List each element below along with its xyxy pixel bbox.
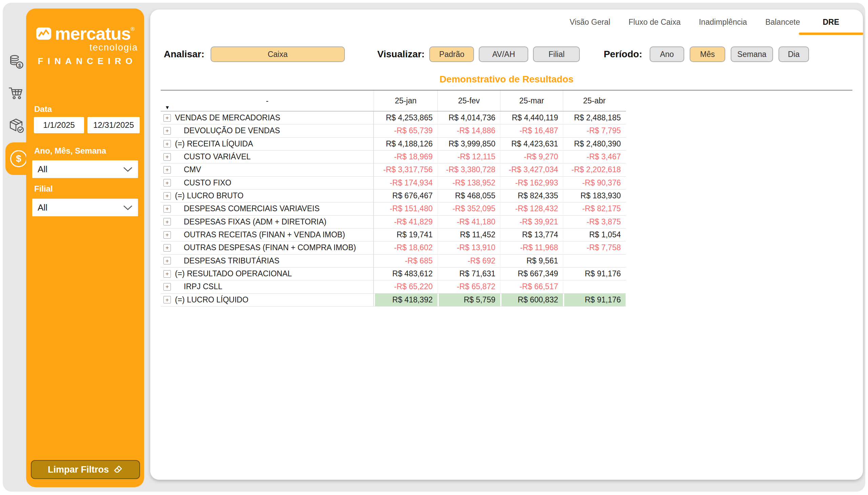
expand-icon[interactable]: + xyxy=(164,192,171,200)
column-header-jan[interactable]: 25-jan xyxy=(374,90,437,111)
table-row: + (=) LUCRO LÍQUIDO R$ 418,392 R$ 5,759 … xyxy=(161,294,626,307)
expand-icon[interactable]: + xyxy=(164,127,171,135)
periodo-label: Período: xyxy=(603,49,642,60)
cell-jan: -R$ 65,739 xyxy=(374,124,437,137)
date-start-input[interactable]: 1/1/2025 xyxy=(34,117,84,133)
cell-abr: -R$ 7,795 xyxy=(563,124,626,137)
cell-mar: R$ 4,423,631 xyxy=(500,138,563,150)
analisar-caixa-button[interactable]: Caixa xyxy=(210,47,345,62)
cell-abr: R$ 91,176 xyxy=(563,268,626,280)
column-header-mar[interactable]: 25-mar xyxy=(500,90,563,111)
matrix-body: + VENDAS DE MERCADORIAS R$ 4,253,865 R$ … xyxy=(161,112,626,307)
period-filter-label: Ano, Mês, Semana xyxy=(34,146,106,156)
column-header-fev[interactable]: 25-fev xyxy=(437,90,500,111)
table-row: + IRPJ CSLL -R$ 65,220 -R$ 65,872 -R$ 66… xyxy=(161,280,626,293)
row-label: (=) RECEITA LÍQUIDA xyxy=(175,139,253,149)
package-check-icon xyxy=(8,117,25,135)
cell-fev: R$ 5,759 xyxy=(437,294,500,306)
visualizar-filial-button[interactable]: Filial xyxy=(533,47,580,62)
cell-jan: -R$ 18,602 xyxy=(374,241,437,254)
nav-item-financeiro-coins[interactable]: $ xyxy=(7,54,25,72)
visualizar-padrão-button[interactable]: Padrão xyxy=(429,47,474,62)
table-row: + (=) RECEITA LÍQUIDA R$ 4,188,126 R$ 3,… xyxy=(161,138,626,151)
expand-icon[interactable]: + xyxy=(164,270,171,278)
cell-mar: -R$ 66,517 xyxy=(500,280,563,293)
analisar-value: Caixa xyxy=(268,50,288,59)
nav-item-estoque-package[interactable] xyxy=(7,117,25,135)
tab-visão-geral[interactable]: Visão Geral xyxy=(560,14,619,30)
cell-abr xyxy=(563,255,626,267)
filial-filter-label: Filial xyxy=(34,184,53,193)
tab-balancete[interactable]: Balancete xyxy=(756,14,809,30)
expand-icon[interactable]: + xyxy=(164,244,171,252)
cell-jan: -R$ 18,969 xyxy=(374,151,437,163)
cell-fev: -R$ 692 xyxy=(437,255,500,267)
cell-abr: -R$ 3,467 xyxy=(563,151,626,163)
clear-filters-label: Limpar Filtros xyxy=(48,464,109,475)
table-row: + (=) RESULTADO OPERACIONAL R$ 483,612 R… xyxy=(161,268,626,280)
brand-name: mercatus® xyxy=(55,25,134,42)
filial-dropdown[interactable]: All xyxy=(32,199,138,216)
date-end-input[interactable]: 12/31/2025 xyxy=(87,117,140,133)
visualizar-av-ah-button[interactable]: AV/AH xyxy=(479,47,528,62)
column-header-abr[interactable]: 25-abr xyxy=(563,90,626,111)
periodo-dia-button[interactable]: Dia xyxy=(779,47,809,62)
table-row: + OUTRAS DESPESAS (FINAN + COMPRA IMOB) … xyxy=(161,241,626,254)
table-row: + DESPESAS TRIBUTÁRIAS -R$ 685 -R$ 692 R… xyxy=(161,255,626,268)
cell-fev: -R$ 13,910 xyxy=(437,241,500,254)
cell-jan: R$ 4,253,865 xyxy=(374,112,437,124)
expand-icon[interactable]: + xyxy=(164,283,171,291)
tab-dre[interactable]: DRE xyxy=(809,14,853,30)
expand-icon[interactable]: + xyxy=(164,205,171,212)
period-dropdown-value: All xyxy=(38,164,48,175)
cell-jan: R$ 483,612 xyxy=(374,268,437,280)
matrix-row-header[interactable]: - xyxy=(161,90,374,111)
cell-mar: -R$ 16,487 xyxy=(500,124,563,137)
expand-icon[interactable]: + xyxy=(164,153,171,161)
cell-abr: R$ 91,176 xyxy=(563,294,626,306)
periodo-ano-button[interactable]: Ano xyxy=(650,47,684,62)
expand-icon[interactable]: + xyxy=(164,257,171,264)
registered-mark: ® xyxy=(131,26,134,32)
cell-mar: -R$ 3,427,034 xyxy=(500,164,563,176)
coins-dollar-icon: $ xyxy=(8,54,25,72)
expand-icon[interactable]: + xyxy=(164,166,171,174)
cell-mar: -R$ 128,432 xyxy=(500,202,563,215)
cell-jan: -R$ 685 xyxy=(374,255,437,267)
expand-icon[interactable]: + xyxy=(164,179,171,186)
tab-inadimplência[interactable]: Inadimplência xyxy=(690,14,756,30)
dre-matrix: - 25-jan 25-fev 25-mar 25-abr ▼ + VENDAS… xyxy=(161,90,626,307)
tab-label: DRE xyxy=(822,18,839,27)
periodo-semana-button[interactable]: Semana xyxy=(731,47,773,62)
cell-jan: R$ 4,188,126 xyxy=(374,138,437,150)
expand-icon[interactable]: + xyxy=(164,114,171,122)
cell-abr: R$ 2,488,185 xyxy=(563,112,626,124)
chip-label: Padrão xyxy=(439,50,464,59)
cell-fev: -R$ 3,380,728 xyxy=(437,164,500,176)
period-dropdown[interactable]: All xyxy=(32,160,138,178)
nav-item-vendas-cart[interactable] xyxy=(7,85,25,103)
cell-fev: -R$ 41,180 xyxy=(437,216,500,228)
expand-icon[interactable]: + xyxy=(164,231,171,239)
table-row: + CUSTO FIXO -R$ 174,934 -R$ 138,952 -R$… xyxy=(161,177,626,189)
chip-label: Dia xyxy=(788,50,800,59)
dashboard: $ xyxy=(0,0,868,495)
expand-icon[interactable]: + xyxy=(164,218,171,225)
tab-label: Fluxo de Caixa xyxy=(629,18,681,27)
analisar-label: Analisar: xyxy=(164,49,204,60)
mercatus-logo-icon xyxy=(36,27,52,40)
row-label: OUTRAS DESPESAS (FINAN + COMPRA IMOB) xyxy=(184,243,356,252)
row-label: (=) LUCRO LÍQUIDO xyxy=(175,295,249,305)
expand-icon[interactable]: + xyxy=(164,296,171,304)
tab-fluxo-de-caixa[interactable]: Fluxo de Caixa xyxy=(619,14,690,30)
cell-jan: -R$ 41,829 xyxy=(374,216,437,228)
table-row: + VENDAS DE MERCADORIAS R$ 4,253,865 R$ … xyxy=(161,112,626,124)
clear-filters-button[interactable]: Limpar Filtros xyxy=(31,460,140,479)
cell-jan: R$ 19,741 xyxy=(374,228,437,241)
expand-icon[interactable]: + xyxy=(164,140,171,148)
cell-jan: -R$ 65,220 xyxy=(374,280,437,293)
chip-label: Ano xyxy=(660,50,674,59)
periodo-mês-button[interactable]: Mês xyxy=(690,47,725,62)
sort-descending-icon[interactable]: ▼ xyxy=(165,104,170,110)
cell-abr: -R$ 3,875 xyxy=(563,216,626,228)
